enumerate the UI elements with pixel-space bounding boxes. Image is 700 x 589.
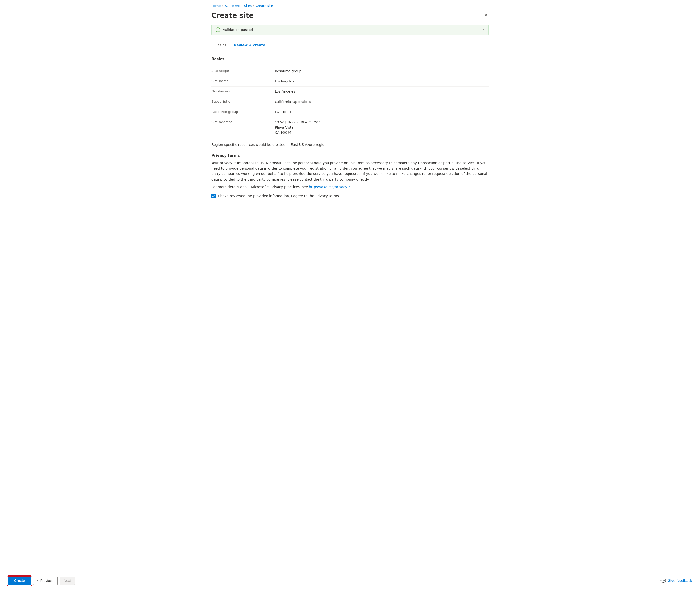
detail-row-resource-group: Resource group LA_10001 — [211, 107, 489, 117]
tab-basics[interactable]: Basics — [211, 41, 230, 50]
breadcrumb-azure-arc[interactable]: Azure Arc — [225, 4, 240, 8]
label-display-name: Display name — [211, 89, 275, 93]
breadcrumb-sep-4: › — [274, 4, 275, 7]
basics-section-title: Basics — [211, 57, 489, 61]
validation-message: Validation passed — [223, 28, 253, 32]
privacy-body: Your privacy is important to us. Microso… — [211, 160, 489, 182]
breadcrumb-sep-2: › — [241, 4, 242, 7]
next-button: Next — [59, 577, 75, 585]
privacy-checkbox[interactable] — [211, 194, 216, 198]
detail-row-site-name: Site name LosAngeles — [211, 76, 489, 86]
create-button[interactable]: Create — [8, 576, 31, 585]
breadcrumb-sep-1: › — [222, 4, 223, 7]
breadcrumb: Home › Azure Arc › Sites › Create site › — [211, 4, 489, 8]
page-title: Create site — [211, 11, 253, 20]
footer: Create < Previous Next 💬 Give feedback — [0, 572, 700, 589]
breadcrumb-sep-3: › — [253, 4, 254, 7]
page-header: Create site × — [211, 11, 489, 20]
content-area: Basics Site scope Resource group Site na… — [211, 57, 489, 230]
detail-row-site-scope: Site scope Resource group — [211, 66, 489, 76]
give-feedback-label: Give feedback — [668, 579, 692, 583]
label-site-scope: Site scope — [211, 68, 275, 73]
value-site-scope: Resource group — [275, 68, 302, 74]
region-note: Region specific resources would be creat… — [211, 143, 489, 147]
detail-row-site-address: Site address 13 W Jefferson Blvd St 200,… — [211, 117, 489, 138]
detail-row-display-name: Display name Los Angeles — [211, 86, 489, 97]
breadcrumb-home[interactable]: Home — [211, 4, 221, 8]
value-subscription: California-Operations — [275, 99, 311, 105]
value-site-name: LosAngeles — [275, 79, 294, 84]
previous-button[interactable]: < Previous — [33, 577, 58, 585]
value-display-name: Los Angeles — [275, 89, 295, 94]
value-site-address: 13 W Jefferson Blvd St 200, Playa Vista,… — [275, 120, 322, 135]
give-feedback-link[interactable]: 💬 Give feedback — [661, 578, 692, 583]
privacy-link[interactable]: https://aka.ms/privacy — [309, 185, 347, 189]
footer-buttons: Create < Previous Next — [8, 576, 75, 585]
label-resource-group: Resource group — [211, 110, 275, 114]
validation-banner: ✓ Validation passed × — [211, 25, 489, 35]
breadcrumb-sites[interactable]: Sites — [244, 4, 251, 8]
breadcrumb-create-site[interactable]: Create site — [256, 4, 273, 8]
validation-close-button[interactable]: × — [482, 28, 485, 32]
privacy-checkbox-row: I have reviewed the provided information… — [211, 194, 489, 198]
close-button[interactable]: × — [484, 11, 489, 18]
privacy-title: Privacy terms — [211, 154, 489, 158]
privacy-checkbox-label: I have reviewed the provided information… — [218, 194, 340, 198]
label-site-name: Site name — [211, 79, 275, 83]
tab-review-create[interactable]: Review + create — [230, 41, 269, 50]
validation-check-icon: ✓ — [215, 27, 220, 32]
detail-row-subscription: Subscription California-Operations — [211, 97, 489, 107]
validation-left: ✓ Validation passed — [215, 27, 253, 32]
value-resource-group: LA_10001 — [275, 110, 292, 115]
privacy-link-prefix: For more details about Microsoft's priva… — [211, 185, 309, 189]
label-subscription: Subscription — [211, 99, 275, 104]
label-site-address: Site address — [211, 120, 275, 124]
tabs: Basics Review + create — [211, 41, 489, 50]
privacy-link-row: For more details about Microsoft's priva… — [211, 185, 489, 189]
feedback-icon: 💬 — [661, 578, 666, 583]
external-link-icon: ↗ — [348, 186, 350, 189]
